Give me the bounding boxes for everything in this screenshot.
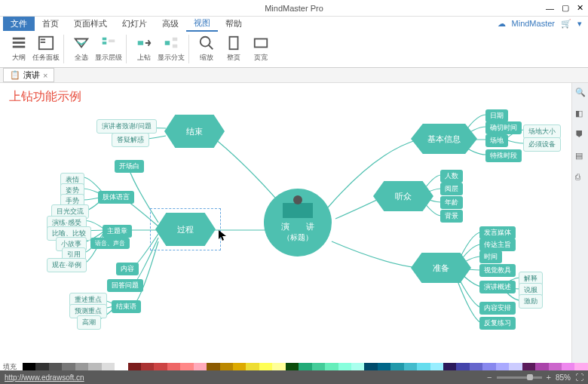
- close-icon[interactable]: ✕: [577, 3, 583, 13]
- taskpanel-button[interactable]: 任务面板: [33, 32, 59, 66]
- pagewidth-button[interactable]: 页宽: [248, 32, 274, 66]
- export-icon[interactable]: ⎙: [575, 172, 586, 183]
- leaf[interactable]: 演讲概述: [479, 281, 516, 293]
- svg-rect-12: [173, 45, 177, 48]
- side-panel: 🔍 ◧ ⛊ ▤ ⎙: [571, 83, 588, 363]
- leaf[interactable]: 答疑解惑: [112, 133, 149, 147]
- drillup-button[interactable]: 上钻: [131, 32, 157, 66]
- color-swatches[interactable]: [23, 363, 588, 370]
- statusbar: http://www.edrawsoft.cn − + 85% ⛶: [0, 370, 588, 384]
- svg-rect-6: [103, 38, 107, 41]
- podium-icon: [283, 203, 313, 218]
- doc-icon: 📋: [10, 70, 20, 80]
- svg-rect-4: [41, 39, 45, 41]
- leaf[interactable]: 时间: [479, 250, 502, 263]
- svg-line-14: [209, 45, 213, 50]
- tab-help[interactable]: 帮助: [218, 17, 250, 31]
- status-url[interactable]: http://www.edrawsoft.cn: [5, 373, 84, 382]
- zoom-button[interactable]: 缩放: [194, 32, 219, 66]
- leaf[interactable]: 特殊时段: [485, 149, 522, 162]
- tab-slides[interactable]: 幻灯片: [115, 17, 155, 31]
- fill-label: 填充: [0, 363, 23, 370]
- svg-rect-7: [103, 41, 107, 45]
- fitpage-button[interactable]: 整页: [221, 32, 247, 66]
- minimize-icon[interactable]: —: [546, 4, 554, 13]
- leaf[interactable]: 肢体语言: [98, 191, 134, 204]
- layout-icon[interactable]: ▤: [575, 151, 586, 161]
- svg-rect-5: [41, 41, 45, 43]
- file-menu[interactable]: 文件: [3, 17, 35, 31]
- zoom-value: 85%: [556, 373, 571, 382]
- node-process[interactable]: 过程: [155, 213, 216, 246]
- tab-pagestyle[interactable]: 页面样式: [66, 17, 115, 31]
- center-node[interactable]: 演 讲 （标题）: [264, 189, 332, 257]
- zoom-out-icon[interactable]: −: [487, 373, 492, 382]
- leaf[interactable]: 内容安排: [479, 302, 516, 315]
- dropdown-icon[interactable]: ▾: [577, 19, 582, 29]
- leaf[interactable]: 阅层: [440, 183, 463, 195]
- leaf[interactable]: 高潮: [77, 315, 101, 330]
- zoom-slider[interactable]: [497, 376, 542, 379]
- tab-view[interactable]: 视图: [186, 16, 218, 32]
- node-basic[interactable]: 基本信息: [411, 124, 477, 154]
- svg-rect-16: [255, 39, 268, 48]
- leaf[interactable]: 主题章: [103, 225, 132, 238]
- svg-rect-1: [13, 41, 26, 44]
- svg-rect-0: [13, 38, 26, 40]
- zoom-in-icon[interactable]: +: [547, 373, 551, 382]
- page-title: 上钻功能示例: [9, 89, 81, 105]
- tab-home[interactable]: 首页: [35, 17, 66, 31]
- search-icon[interactable]: 🔍: [575, 88, 586, 98]
- node-end[interactable]: 结束: [164, 115, 225, 148]
- leaf[interactable]: 内容: [116, 263, 139, 275]
- leaf[interactable]: 发言媒体: [479, 226, 516, 239]
- showlevel-button[interactable]: 显示层级: [96, 32, 121, 66]
- cart-icon[interactable]: 🛒: [561, 19, 571, 29]
- svg-rect-15: [230, 37, 238, 50]
- theme-icon[interactable]: ◧: [575, 109, 586, 119]
- leaf[interactable]: 人数: [440, 170, 463, 183]
- leaf[interactable]: 观在·举例: [47, 258, 87, 272]
- tab-advanced[interactable]: 高级: [155, 17, 186, 31]
- leaf[interactable]: 演讲者致谢/问题: [96, 119, 157, 134]
- canvas[interactable]: 上钻功能示例 演 讲 （标题） 结束 过程 基本信息 听众 准备 演讲者致谢/问…: [0, 83, 571, 363]
- leaf[interactable]: 必须设备: [523, 137, 561, 152]
- fullscreen-button[interactable]: 全选: [69, 32, 94, 66]
- leaf[interactable]: 传达主旨: [479, 238, 516, 251]
- close-tab-icon[interactable]: ×: [43, 71, 47, 80]
- svg-point-13: [201, 37, 210, 47]
- document-tab[interactable]: 📋 演讲 ×: [3, 68, 54, 82]
- svg-rect-11: [173, 38, 177, 41]
- leaf[interactable]: 结束语: [112, 300, 141, 313]
- leaf[interactable]: 反复练习: [479, 317, 516, 330]
- leaf[interactable]: 激励: [519, 294, 543, 309]
- leaf[interactable]: 日期: [485, 109, 508, 122]
- svg-rect-2: [13, 46, 26, 48]
- leaf[interactable]: 视觉教具: [479, 264, 516, 277]
- leaf[interactable]: 年龄: [440, 196, 463, 209]
- titlebar: MindMaster Pro — ▢ ✕: [0, 0, 588, 17]
- fit-icon[interactable]: ⛶: [575, 373, 583, 382]
- svg-rect-8: [109, 39, 115, 42]
- home-icon[interactable]: ⛊: [575, 130, 586, 140]
- menubar: 文件 首页 页面样式 幻灯片 高级 视图 帮助 ☁ MindMaster 🛒 ▾: [0, 17, 588, 30]
- node-prepare[interactable]: 准备: [411, 253, 471, 283]
- outline-button[interactable]: 大纲: [6, 32, 32, 66]
- leaf[interactable]: 回答问题: [107, 279, 143, 292]
- ribbon: 大纲 任务面板 全选 显示层级 上钻 显示分支 缩放 整页 页宽: [0, 30, 588, 68]
- cloud-icon[interactable]: ☁: [498, 19, 506, 29]
- svg-rect-9: [138, 41, 143, 45]
- leaf[interactable]: 确切时间: [485, 121, 522, 134]
- leaf[interactable]: 语音、声音: [90, 238, 130, 249]
- node-audience[interactable]: 听众: [373, 181, 433, 211]
- document-tabs: 📋 演讲 ×: [0, 68, 588, 83]
- color-bar: 填充: [0, 363, 588, 370]
- app-title: MindMaster Pro: [265, 4, 323, 13]
- svg-rect-10: [165, 41, 170, 45]
- showbranch-button[interactable]: 显示分支: [158, 32, 184, 66]
- leaf[interactable]: 开场白: [115, 160, 144, 173]
- leaf[interactable]: 场地: [485, 134, 508, 147]
- leaf[interactable]: 背景: [440, 210, 463, 223]
- maximize-icon[interactable]: ▢: [562, 3, 569, 13]
- cursor-icon: [219, 230, 228, 242]
